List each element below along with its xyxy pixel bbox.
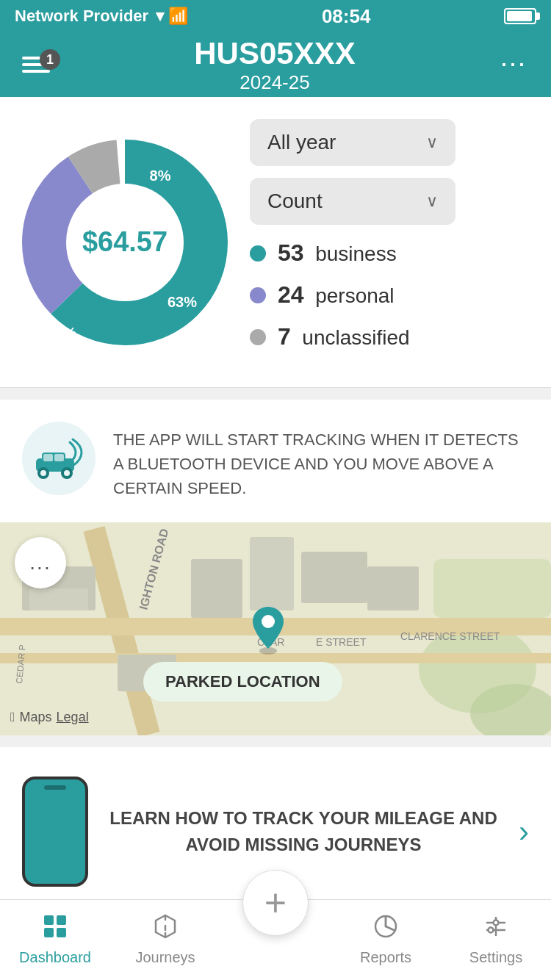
- legend-item-unclassified: 7 unclassified: [250, 323, 529, 350]
- chart-center-value: $64.57: [82, 226, 168, 258]
- tab-journeys[interactable]: Journeys: [110, 900, 220, 980]
- map-more-button[interactable]: ...: [15, 537, 66, 588]
- tab-journeys-label: Journeys: [135, 949, 195, 966]
- metric-dropdown-label: Count: [267, 190, 323, 213]
- legend-item-business: 53 business: [250, 239, 529, 267]
- learn-text: LEARN HOW TO TRACK YOUR MILEAGE AND AVOI…: [106, 805, 501, 858]
- more-options-button[interactable]: ⋯: [500, 49, 529, 80]
- journeys-icon: [153, 914, 178, 945]
- tracking-info-section: THE APP WILL START TRACKING WHEN IT DETE…: [0, 400, 551, 522]
- menu-button[interactable]: 1: [22, 57, 50, 73]
- svg-rect-36: [44, 915, 54, 925]
- svg-rect-37: [57, 915, 66, 925]
- tracking-info-text: THE APP WILL START TRACKING WHEN IT DETE…: [113, 422, 529, 500]
- svg-text:63%: 63%: [168, 294, 197, 310]
- svg-text:E STREET: E STREET: [316, 636, 367, 648]
- svg-rect-27: [301, 552, 367, 603]
- parked-location-label: PARKED LOCATION: [143, 662, 342, 702]
- svg-point-46: [489, 928, 494, 933]
- header-title: HUS05XXX 2024-25: [194, 36, 355, 94]
- period-dropdown-label: All year: [267, 131, 336, 154]
- tab-dashboard-label: Dashboard: [19, 949, 91, 966]
- reports-icon: [373, 914, 398, 945]
- app-header: 1 HUS05XXX 2024-25 ⋯: [0, 32, 551, 97]
- legend-text-unclassified: 7 unclassified: [278, 323, 410, 350]
- svg-point-13: [40, 470, 46, 476]
- status-battery: [504, 8, 536, 24]
- legend-dot-business: [250, 245, 266, 262]
- svg-text:CLARENCE STREET: CLARENCE STREET: [400, 630, 500, 642]
- legend-dot-unclassified: [250, 329, 266, 345]
- svg-rect-28: [367, 566, 419, 610]
- settings-icon: [483, 914, 508, 945]
- svg-point-14: [64, 470, 70, 476]
- period-dropdown[interactable]: All year ∨: [250, 119, 455, 166]
- app-name: HUS05XXX: [194, 36, 355, 71]
- svg-point-45: [494, 920, 499, 926]
- legend-text-business: 53 business: [278, 239, 397, 267]
- chart-controls: All year ∨ Count ∨ 53 business 24 person…: [250, 119, 529, 365]
- map-section[interactable]: IGHTON ROAD CLAR E STREET CLARENCE STREE…: [0, 522, 551, 735]
- battery-icon: [504, 8, 536, 24]
- svg-rect-26: [250, 537, 294, 610]
- tab-settings[interactable]: Settings: [441, 900, 551, 980]
- svg-text:8%: 8%: [150, 167, 171, 184]
- svg-point-35: [262, 615, 275, 628]
- svg-rect-23: [29, 588, 88, 610]
- svg-rect-38: [44, 928, 54, 937]
- status-bar: Network Provider ▾ 📶 08:54: [0, 0, 551, 32]
- apple-icon: : [10, 710, 15, 725]
- menu-line-3: [22, 70, 50, 73]
- status-time: 08:54: [322, 5, 371, 28]
- status-network: Network Provider ▾ 📶: [15, 7, 188, 26]
- svg-rect-25: [191, 559, 242, 618]
- legal-link[interactable]: Legal: [57, 710, 89, 725]
- maps-label: Maps: [20, 710, 52, 725]
- chart-legend: 53 business 24 personal 7 unclassified: [250, 239, 529, 350]
- add-journey-button[interactable]: +: [242, 870, 309, 936]
- car-icon-container: [22, 422, 96, 495]
- legend-dot-personal: [250, 287, 266, 303]
- svg-text:28%: 28%: [47, 325, 76, 341]
- tab-reports[interactable]: Reports: [331, 900, 441, 980]
- car-bluetooth-icon: [33, 436, 84, 480]
- learn-arrow-icon[interactable]: ›: [519, 814, 529, 849]
- map-pin: [250, 603, 287, 657]
- phone-icon: [22, 777, 88, 887]
- map-more-icon: ...: [29, 551, 51, 574]
- svg-rect-10: [54, 454, 64, 461]
- tab-settings-label: Settings: [469, 949, 522, 966]
- location-pin-icon: [250, 603, 287, 655]
- metric-dropdown[interactable]: Count ∨: [250, 178, 455, 225]
- chart-section: 63% 28% 8% $64.57 All year ∨ Count ∨ 53 …: [0, 97, 551, 388]
- legend-item-personal: 24 personal: [250, 281, 529, 309]
- notification-badge: 1: [40, 49, 60, 70]
- network-provider-label: Network Provider: [15, 7, 148, 26]
- svg-rect-9: [43, 454, 53, 461]
- maps-credit:  Maps Legal: [10, 710, 89, 725]
- dashboard-icon: [43, 914, 68, 945]
- donut-chart: 63% 28% 8% $64.57: [22, 125, 228, 360]
- legend-text-personal: 24 personal: [278, 281, 395, 309]
- wifi-icon: ▾ 📶: [156, 7, 188, 26]
- tab-dashboard[interactable]: Dashboard: [0, 900, 110, 980]
- donut-chart-container: 63% 28% 8% $64.57: [22, 125, 228, 360]
- metric-dropdown-arrow: ∨: [426, 192, 438, 211]
- tab-reports-label: Reports: [360, 949, 411, 966]
- svg-rect-39: [57, 928, 66, 937]
- app-year: 2024-25: [194, 71, 355, 94]
- svg-rect-18: [433, 559, 551, 618]
- period-dropdown-arrow: ∨: [426, 133, 438, 152]
- add-journey-fab-container: +: [242, 870, 309, 936]
